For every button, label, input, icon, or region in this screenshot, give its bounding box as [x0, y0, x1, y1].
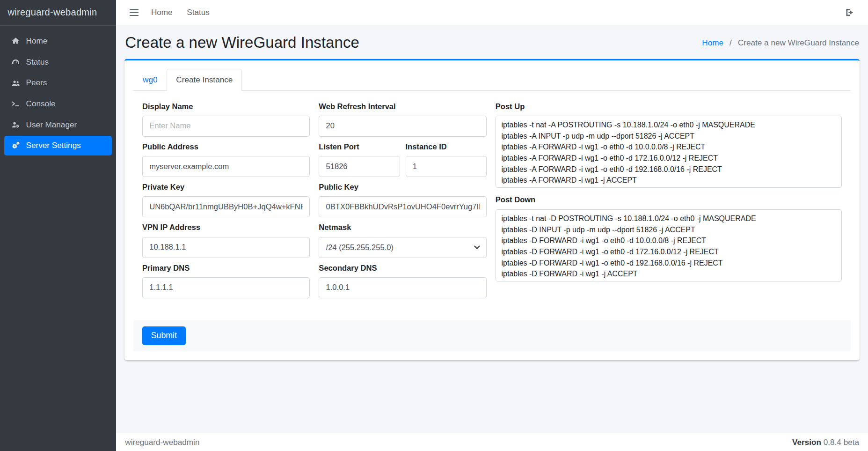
card-body: wg0 Create Instance Display Name Web Ref… — [124, 60, 860, 360]
web-refresh-interval-label: Web Refresh Interval — [319, 102, 486, 111]
status-icon — [10, 58, 21, 67]
instance-form: Display Name Web Refresh Interval Public… — [133, 91, 851, 304]
listen-port-input[interactable] — [319, 156, 400, 177]
public-key-label: Public Key — [319, 183, 486, 192]
public-key-field: Public Key — [319, 183, 486, 217]
sidebar-item-label: Status — [26, 57, 49, 67]
post-up-textarea[interactable]: iptables -t nat -A POSTROUTING -s 10.188… — [496, 116, 842, 188]
secondary-dns-input[interactable] — [319, 277, 486, 298]
instance-card: wg0 Create Instance Display Name Web Ref… — [124, 59, 860, 360]
primary-dns-field: Primary DNS — [142, 264, 310, 298]
listen-port-label: Listen Port — [319, 142, 400, 152]
sidebar-item-home[interactable]: Home — [4, 31, 112, 51]
display-name-label: Display Name — [142, 102, 310, 111]
sidebar-item-label: User Manager — [26, 120, 77, 130]
form-right-column: Post Up iptables -t nat -A POSTROUTING -… — [496, 102, 842, 304]
version-label: Version — [792, 437, 821, 447]
app: wireguard-webadmin Home Status Peers — [0, 0, 868, 451]
home-icon — [10, 37, 21, 45]
logout-icon — [845, 7, 854, 17]
netmask-label: Netmask — [319, 223, 486, 232]
footer-version: Version 0.8.4 beta — [792, 437, 859, 447]
top-navbar: Home Status — [116, 0, 868, 25]
tab-wg0[interactable]: wg0 — [133, 69, 167, 91]
listen-port-field: Listen Port — [319, 142, 400, 177]
sidebar-nav: Home Status Peers Console — [0, 27, 116, 160]
logout-button[interactable] — [840, 3, 859, 22]
private-key-input[interactable] — [142, 196, 310, 217]
netmask-field: Netmask /24 (255.255.255.0) — [319, 223, 486, 258]
display-name-field: Display Name — [142, 102, 310, 137]
sidebar: wireguard-webadmin Home Status Peers — [0, 0, 116, 451]
vpn-ip-field: VPN IP Address — [142, 223, 310, 258]
display-name-input[interactable] — [142, 116, 310, 137]
breadcrumb-home-link[interactable]: Home — [702, 38, 723, 47]
submit-strip: Submit — [133, 320, 851, 351]
post-up-field: Post Up iptables -t nat -A POSTROUTING -… — [496, 102, 842, 188]
instance-id-input[interactable] — [406, 156, 487, 177]
brand: wireguard-webadmin — [0, 0, 116, 26]
primary-dns-input[interactable] — [142, 277, 310, 298]
topnav-link-home[interactable]: Home — [145, 3, 179, 22]
user-manager-icon — [10, 120, 21, 129]
tab-bar: wg0 Create Instance — [133, 69, 851, 90]
public-address-field: Public Address — [142, 142, 310, 177]
sidebar-item-label: Home — [26, 36, 48, 46]
sidebar-item-label: Server Settings — [26, 140, 81, 150]
sidebar-item-user-manager[interactable]: User Manager — [4, 115, 112, 134]
public-key-input[interactable] — [319, 196, 486, 217]
hamburger-icon — [130, 9, 139, 16]
topnav-link-status[interactable]: Status — [181, 3, 216, 22]
post-down-label: Post Down — [496, 195, 842, 205]
post-down-field: Post Down iptables -t nat -D POSTROUTING… — [496, 195, 842, 281]
peers-icon — [10, 79, 21, 88]
private-key-field: Private Key — [142, 183, 310, 217]
sidebar-item-label: Console — [26, 99, 56, 109]
server-settings-icon — [10, 141, 21, 150]
secondary-dns-field: Secondary DNS — [319, 264, 486, 298]
sidebar-item-label: Peers — [26, 78, 47, 88]
console-icon — [10, 99, 21, 108]
sidebar-item-peers[interactable]: Peers — [4, 73, 112, 93]
footer-brand: wireguard-webadmin — [125, 437, 199, 447]
web-refresh-interval-field: Web Refresh Interval — [319, 102, 486, 137]
version-value: 0.8.4 beta — [824, 437, 859, 447]
form-left-columns: Display Name Web Refresh Interval Public… — [142, 102, 487, 304]
private-key-label: Private Key — [142, 183, 310, 192]
instance-id-field: Instance ID — [406, 142, 487, 177]
web-refresh-interval-input[interactable] — [319, 116, 486, 137]
breadcrumb: Home / Create a new WireGuard Instance — [702, 38, 859, 48]
post-up-label: Post Up — [496, 102, 842, 111]
sidebar-item-status[interactable]: Status — [4, 52, 112, 72]
submit-button[interactable]: Submit — [142, 326, 186, 345]
sidebar-item-server-settings[interactable]: Server Settings — [4, 136, 112, 155]
sidebar-item-console[interactable]: Console — [4, 94, 112, 113]
page-title: Create a new WireGuard Instance — [125, 34, 359, 52]
instance-id-label: Instance ID — [406, 142, 487, 152]
post-down-textarea[interactable]: iptables -t nat -D POSTROUTING -s 10.188… — [496, 209, 842, 281]
page-footer: wireguard-webadmin Version 0.8.4 beta — [116, 433, 868, 451]
breadcrumb-separator: / — [729, 38, 732, 47]
breadcrumb-current: Create a new WireGuard Instance — [738, 38, 859, 47]
netmask-select[interactable]: /24 (255.255.255.0) — [319, 237, 486, 258]
menu-toggle-button[interactable] — [125, 5, 143, 21]
vpn-ip-input[interactable] — [142, 237, 310, 258]
vpn-ip-label: VPN IP Address — [142, 223, 310, 232]
public-address-input[interactable] — [142, 156, 310, 177]
port-and-id-row: Listen Port Instance ID — [319, 142, 486, 177]
tab-create-instance[interactable]: Create Instance — [167, 69, 242, 91]
main-area: Home Status Create a new WireGuard Insta… — [116, 0, 868, 451]
content: Create a new WireGuard Instance Home / C… — [116, 25, 868, 433]
secondary-dns-label: Secondary DNS — [319, 264, 486, 273]
public-address-label: Public Address — [142, 142, 310, 152]
primary-dns-label: Primary DNS — [142, 264, 310, 273]
content-header: Create a new WireGuard Instance Home / C… — [116, 25, 868, 58]
